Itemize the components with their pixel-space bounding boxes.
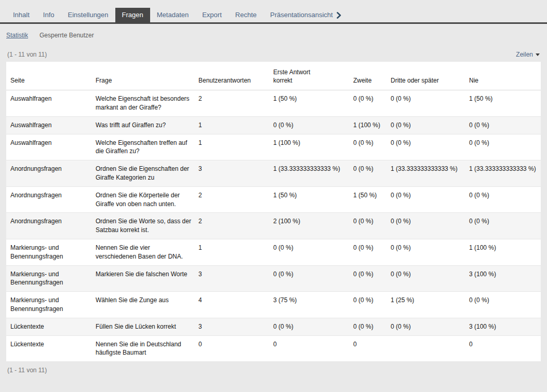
cell-zweite: 1 (50 %) <box>349 186 386 213</box>
cell-zweite: 1 (100 %) <box>349 116 386 134</box>
cell-seite: Lückentexte <box>6 335 91 362</box>
cell-benutzerantworten: 3 <box>194 160 269 187</box>
cell-dritte <box>386 335 465 362</box>
table-row: AnordnungsfragenOrdnen Sie die Worte so,… <box>6 213 541 239</box>
table-row: LückentexteNennen Sie die in Deutschland… <box>6 335 541 362</box>
tab-rechte[interactable]: Rechte <box>229 8 263 22</box>
cell-nie: 0 (0 %) <box>465 186 541 213</box>
table-row: AnordnungsfragenOrdnen Sie die Körpertei… <box>6 186 541 213</box>
cell-dritte: 0 (0 %) <box>386 239 465 265</box>
cell-dritte: 0 (0 %) <box>386 134 465 160</box>
cell-erste: 2 (100 %) <box>269 213 349 239</box>
cell-nie: 0 (0 %) <box>465 134 541 160</box>
cell-dritte: 0 (0 %) <box>386 90 465 117</box>
col-dritte-oder-spaeter: Dritte oder später <box>386 62 465 90</box>
cell-dritte: 0 (0 %) <box>386 265 465 292</box>
column-label: Dritte oder später <box>391 77 439 84</box>
cell-erste: 1 (50 %) <box>269 186 349 213</box>
column-label: Benutzerantworten <box>198 77 251 84</box>
cell-zweite: 0 (0 %) <box>349 292 386 318</box>
tab-metadaten[interactable]: Metadaten <box>150 8 195 22</box>
cell-nie: 1 (100 %) <box>465 239 541 265</box>
cell-benutzerantworten: 1 <box>194 134 269 160</box>
tab-info[interactable]: Info <box>36 8 61 22</box>
col-seite: Seite <box>6 62 91 90</box>
cell-zweite: 0 (0 %) <box>349 265 386 292</box>
cell-nie: 0 (0 %) <box>465 213 541 239</box>
cell-seite: Auswahlfragen <box>6 134 91 160</box>
cell-erste: 0 <box>269 335 349 362</box>
cell-nie: 3 (100 %) <box>465 318 541 335</box>
cell-frage: Nennen Sie die vier verschiedenen Basen … <box>91 239 194 265</box>
cell-seite: Markierungs- und Benennungsfragen <box>6 239 91 265</box>
cell-erste: 1 (33.333333333333 %) <box>269 160 349 187</box>
tab-einstellungen[interactable]: Einstellungen <box>61 8 115 22</box>
cell-nie: 3 (100 %) <box>465 265 541 292</box>
cell-dritte: 0 (0 %) <box>386 116 465 134</box>
table-row: AnordnungsfragenOrdnen Sie die Eigenscha… <box>6 160 541 187</box>
cell-nie: 0 (0 %) <box>465 116 541 134</box>
cell-seite: Anordnungsfragen <box>6 160 91 187</box>
cell-erste: 0 (0 %) <box>269 265 349 292</box>
questions-statistics-table: Seite Frage Benutzerantworten Erste Antw… <box>6 62 541 362</box>
table-controls-top: (1 - 11 von 11) Zeilen <box>0 51 547 58</box>
subtab-gesperrte-benutzer[interactable]: Gesperrte Benutzer <box>39 32 94 39</box>
caret-down-icon <box>536 53 540 56</box>
cell-dritte: 0 (0 %) <box>386 318 465 335</box>
col-frage: Frage <box>91 62 194 90</box>
cell-frage: Welche Eigenschaft ist besonders markant… <box>91 90 194 117</box>
col-nie: Nie <box>465 62 541 90</box>
cell-frage: Füllen Sie die Lücken korrekt <box>91 318 194 335</box>
table-body: AuswahlfragenWelche Eigenschaft ist beso… <box>6 90 541 362</box>
cell-erste: 1 (100 %) <box>269 134 349 160</box>
cell-erste: 0 (0 %) <box>269 116 349 134</box>
column-label: Zweite <box>353 77 371 84</box>
cell-zweite: 0 (0 %) <box>349 213 386 239</box>
tab-export[interactable]: Export <box>195 8 229 22</box>
cell-benutzerantworten: 1 <box>194 239 269 265</box>
cell-zweite: 0 (0 %) <box>349 160 386 187</box>
pagination-range-bottom: (1 - 11 von 11) <box>7 367 47 374</box>
tab-fragen[interactable]: Fragen <box>115 8 150 22</box>
subtab-statistik[interactable]: Statistik <box>6 32 28 39</box>
column-label: Frage <box>96 77 112 84</box>
table-row: Markierungs- und BenennungsfragenMarkier… <box>6 265 541 292</box>
tab-praesentationsansicht[interactable]: Präsentationsansicht <box>263 8 348 22</box>
cell-benutzerantworten: 3 <box>194 318 269 335</box>
cell-frage: Markieren Sie die falschen Worte <box>91 265 194 292</box>
cell-zweite: 0 <box>349 335 386 362</box>
col-erste-antwort-korrekt: Erste Antwort korrekt <box>269 62 349 90</box>
chevron-right-icon <box>337 12 341 19</box>
cell-erste: 0 (0 %) <box>269 318 349 335</box>
cell-frage: Nennen Sie die in Deutschland häufigste … <box>91 335 194 362</box>
cell-benutzerantworten: 2 <box>194 186 269 213</box>
cell-frage: Ordnen Sie die Eigenschaften der Giraffe… <box>91 160 194 187</box>
cell-zweite: 0 (0 %) <box>349 90 386 117</box>
cell-seite: Markierungs- und Benennungsfragen <box>6 265 91 292</box>
cell-zweite: 0 (0 %) <box>349 134 386 160</box>
cell-frage: Ordnen Sie die Worte so, dass der Satzba… <box>91 213 194 239</box>
cell-benutzerantworten: 2 <box>194 213 269 239</box>
cell-zweite: 0 (0 %) <box>349 318 386 335</box>
cell-seite: Anordnungsfragen <box>6 213 91 239</box>
pagination-range-top: (1 - 11 von 11) <box>7 51 47 58</box>
presentation-tab-label: Präsentationsansicht <box>270 11 333 19</box>
cell-dritte: 0 (0 %) <box>386 213 465 239</box>
cell-zweite: 0 (0 %) <box>349 239 386 265</box>
cell-erste: 0 (0 %) <box>269 239 349 265</box>
cell-frage: Was trifft auf Giraffen zu? <box>91 116 194 134</box>
tab-inhalt[interactable]: Inhalt <box>6 8 36 22</box>
cell-seite: Lückentexte <box>6 318 91 335</box>
cell-dritte: 0 (0 %) <box>386 186 465 213</box>
cell-benutzerantworten: 0 <box>194 335 269 362</box>
table-row: AuswahlfragenWelche Eigenschaft ist beso… <box>6 90 541 117</box>
cell-erste: 3 (75 %) <box>269 292 349 318</box>
cell-nie: 0 (0 %) <box>465 292 541 318</box>
cell-frage: Welche Eigenschaften treffen auf die Gir… <box>91 134 194 160</box>
rows-per-page-dropdown[interactable]: Zeilen <box>516 51 540 58</box>
cell-benutzerantworten: 3 <box>194 265 269 292</box>
cell-dritte: 1 (33.333333333333 %) <box>386 160 465 187</box>
table-row: Markierungs- und BenennungsfragenWählen … <box>6 292 541 318</box>
cell-nie: 1 (50 %) <box>465 90 541 117</box>
table-row: LückentexteFüllen Sie die Lücken korrekt… <box>6 318 541 335</box>
